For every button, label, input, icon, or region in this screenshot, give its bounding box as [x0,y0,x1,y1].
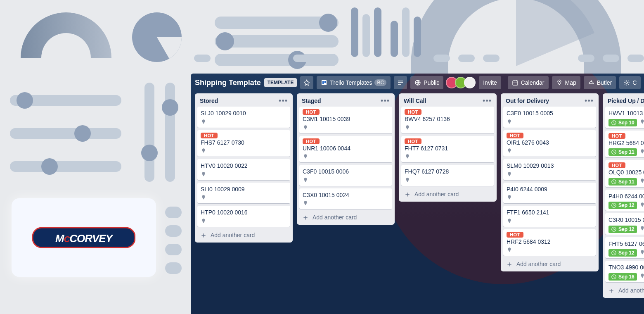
star-button[interactable] [300,76,313,89]
list-title[interactable]: Out for Delivery [506,98,549,104]
card-title: P4I0 6244 0009 [507,186,593,193]
card[interactable]: HOTUNR1 10006 0044 [299,136,392,163]
card[interactable]: HOTFHS7 6127 0730 [197,130,290,157]
location-badge [507,171,512,178]
hot-label: HOT [507,232,523,238]
add-card-button[interactable]: ＋Add another card [401,188,494,201]
list-title[interactable]: Picked Up / Delivered [608,98,644,104]
template-chip[interactable]: TEMPLATE [264,78,297,87]
list-menu-button[interactable]: ••• [585,99,594,103]
card[interactable]: HOTOLQ0 10025 001Sep 11 [605,160,644,187]
location-pin-icon [639,202,644,208]
svg-rect-8 [144,83,154,182]
add-card-button[interactable]: ＋Add another card [197,229,290,242]
board-title[interactable]: Shipping Template [195,78,261,87]
map-powerup[interactable]: Map [552,76,580,89]
list-header: Picked Up / Delivered••• [605,96,644,107]
location-pin-icon [507,195,512,200]
card-title: P4H0 6244 0008 [608,193,644,200]
butler-powerup[interactable]: Butler [584,76,616,89]
location-badge [201,148,206,155]
location-pin-icon [405,154,410,159]
card[interactable]: SLI0 10029 0009 [197,183,290,204]
svg-rect-25 [219,55,235,62]
location-badge [303,177,308,184]
location-pin-icon [201,119,206,125]
list-menu-button[interactable]: ••• [483,99,492,103]
card[interactable]: FHQ7 6127 0728 [401,165,494,186]
card-title: HRG2 5684 0313 [608,140,644,147]
card[interactable]: HOTHRF2 5684 0312 [503,229,596,256]
location-badge [201,171,206,178]
workspace-chip[interactable]: Trello Templates BC [317,76,391,89]
card[interactable]: HOTHRG2 5684 0313Sep 11 [605,131,644,158]
clock-icon [611,149,617,155]
clock-icon [611,274,617,280]
svg-rect-4 [10,128,121,139]
svg-rect-20 [374,7,381,57]
avatar[interactable] [464,77,476,88]
brand-logo-card: MCCORVEY [12,198,156,277]
list-menu-button[interactable]: ••• [279,99,288,103]
due-date-badge: Sep 12 [608,226,637,233]
card[interactable]: C3R0 10015 0018Sep 12 [605,213,644,235]
add-card-button[interactable]: ＋Add another card [503,258,596,271]
description-icon [397,79,404,86]
globe-icon [414,79,421,86]
card-title: FHQ7 6127 0728 [405,168,491,176]
svg-rect-32 [483,55,500,62]
location-pin-icon [507,218,512,224]
card[interactable]: P4H0 6244 0008Sep 12 [605,190,644,211]
card[interactable]: HTP0 10020 0016 [197,206,290,227]
card[interactable]: HTV0 10020 0022 [197,159,290,180]
svg-rect-29 [318,55,334,62]
card[interactable]: HWV1 10013 004Sep 10 [605,107,644,128]
svg-rect-19 [362,14,370,57]
card[interactable]: FHT5 6127 0678Sep 12 [605,237,644,259]
card[interactable]: HOTFHT7 6127 0731 [401,136,494,163]
list: Stored•••SLJ0 10029 0010HOTFHS7 6127 073… [195,93,293,243]
list-header: Staged••• [299,96,392,107]
card[interactable]: C3X0 10015 0024 [299,188,392,209]
card[interactable]: SLJ0 10029 0010 [197,107,290,128]
card-title: FTF1 6650 2141 [507,209,593,216]
card[interactable]: TNO3 4990 009Sep 16 [605,261,644,282]
svg-rect-34 [603,55,619,62]
card[interactable]: FTF1 6650 2141 [503,206,596,227]
star-icon [303,79,310,86]
add-card-button[interactable]: ＋Add another card [605,285,644,297]
card-title: BWV4 6257 0136 [405,116,491,123]
clock-icon [611,202,617,208]
card[interactable]: P4I0 6244 0009 [503,183,596,204]
invite-button[interactable]: Invite [479,76,501,89]
location-pin-icon [303,200,308,206]
clock-icon [611,226,617,232]
list-title[interactable]: Staged [302,98,321,104]
list-title[interactable]: Stored [200,98,218,104]
svg-point-9 [141,145,158,161]
clock-icon [611,120,617,126]
location-badge [405,125,410,132]
card[interactable]: C3F0 10015 0006 [299,165,392,186]
card[interactable]: HOTC3M1 10015 0039 [299,107,392,133]
list-title[interactable]: Will Call [404,98,426,104]
location-pin-icon [201,148,206,154]
card[interactable]: SLM0 10029 0013 [503,159,596,180]
card[interactable]: HOTBWV4 6257 0136 [401,107,494,133]
calendar-powerup[interactable]: Calendar [508,76,549,89]
card[interactable]: HOTOIR1 6276 0043 [503,130,596,157]
description-button[interactable] [394,76,407,89]
member-avatars[interactable] [448,77,476,88]
trello-board: Shipping Template TEMPLATE Trello Templa… [191,74,644,314]
svg-rect-33 [578,55,594,62]
butler-icon [588,79,594,86]
location-badge [303,200,308,207]
location-badge [639,202,644,209]
add-card-button[interactable]: ＋Add another card [299,212,392,224]
extra-powerup[interactable]: C [619,76,641,89]
card[interactable]: C3E0 10015 0005 [503,107,596,128]
svg-rect-10 [165,83,175,182]
visibility-chip[interactable]: Public [410,76,443,89]
card-title: HTV0 10020 0022 [201,162,287,170]
list-menu-button[interactable]: ••• [381,99,390,103]
